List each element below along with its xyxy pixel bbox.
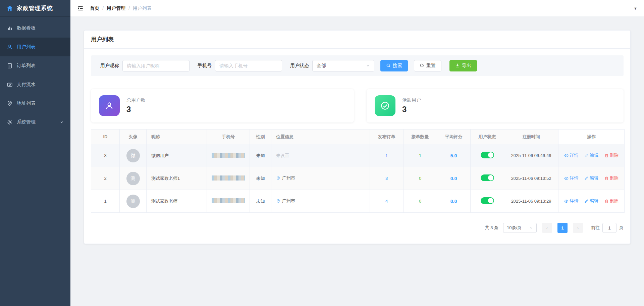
cell-orders-posted[interactable]: 3 [385,176,388,181]
next-page-button[interactable]: › [573,223,583,233]
search-icon [386,63,391,69]
pagination-total: 共 3 条 [485,225,498,231]
cell-id: 1 [91,190,120,213]
breadcrumb-home[interactable]: 首页 [90,5,99,11]
col-header-registered: 注册时间 [504,130,558,144]
card-body: 用户昵称 手机号 用户状态 全部 搜索 [84,49,630,244]
delete-link[interactable]: 删除 [604,152,619,158]
home-logo-icon [6,5,13,12]
sidebar-fold-icon[interactable] [77,5,84,12]
stat-texts: 活跃用户 3 [402,97,421,114]
cell-nickname: 测试家政老师 [147,190,207,213]
phone-redacted [212,153,245,158]
sidebar-item-label: 数据看板 [17,25,36,31]
status-select-value: 全部 [317,63,326,69]
gear-icon [7,119,13,125]
prev-page-button[interactable]: ‹ [542,223,552,233]
refresh-icon [420,63,424,69]
stat-value: 3 [402,105,421,114]
goto-suffix: 页 [619,225,624,231]
cell-registered-at: 2025-11-06 09:13:52 [504,167,558,190]
stat-label: 总用户数 [126,97,145,103]
avatar: 测 [126,195,140,208]
sidebar-item-addresses[interactable]: 地址列表 [0,94,70,113]
status-toggle[interactable] [481,152,494,158]
status-select[interactable]: 全部 [312,60,374,71]
goto-page: 前往 页 [591,223,624,233]
page-size-select[interactable]: 10条/页 [503,223,537,233]
page-title: 用户列表 [91,36,114,43]
phone-input[interactable] [215,60,282,71]
app-logo: 家政管理系统 [0,0,70,17]
delete-link[interactable]: 删除 [604,175,619,181]
sidebar-item-system[interactable]: 系统管理 [0,113,70,132]
stats-row: 总用户数 3 活跃用户 3 [91,89,624,122]
cell-orders-posted[interactable]: 4 [385,199,388,204]
col-header-gender: 性别 [250,130,271,144]
user-menu-caret-icon[interactable]: ▼ [634,6,637,10]
col-header-phone: 手机号 [207,130,250,144]
col-header-rating: 平均评分 [437,130,471,144]
stat-card-total-users: 总用户数 3 [91,89,354,122]
nickname-input[interactable] [122,60,190,71]
sidebar-item-label: 地址列表 [17,100,36,106]
sidebar-item-dashboard[interactable]: 数据看板 [0,19,70,38]
cell-rating: 5.0 [450,153,457,158]
search-button[interactable]: 搜索 [380,60,408,71]
sidebar-item-label: 系统管理 [17,119,36,125]
breadcrumb-section[interactable]: 用户管理 [107,5,125,11]
filter-bar: 用户昵称 手机号 用户状态 全部 搜索 [91,55,624,76]
location-icon [7,100,13,106]
avatar: 测 [126,172,140,185]
cell-id: 2 [91,167,120,190]
reset-button[interactable]: 重置 [414,60,441,71]
download-icon [455,63,460,69]
status-toggle[interactable] [481,174,494,181]
sidebar-item-label: 支付流水 [17,82,36,88]
page-number-button[interactable]: 1 [557,223,568,233]
cell-orders-taken: 1 [419,153,421,158]
export-button[interactable]: 导出 [449,60,477,71]
breadcrumb-separator: / [102,6,104,11]
goto-page-input[interactable] [602,223,616,233]
cell-id: 3 [91,144,120,167]
cell-orders-posted[interactable]: 1 [385,153,388,158]
cell-registered-at: 2025-11-06 09:49:49 [504,144,558,167]
user-table: ID 头像 昵称 手机号 性别 位置信息 发布订单 接单数量 平均评分 用户 [91,129,624,213]
table-row: 3 微 微信用户 未知 未设置 1 1 5.0 [91,144,625,167]
cell-nickname: 微信用户 [147,144,207,167]
chevron-down-icon [529,226,533,230]
location-pin-icon [276,176,280,181]
detail-link[interactable]: 详情 [564,198,578,204]
col-header-id: ID [91,130,120,144]
cell-registered-at: 2025-11-06 09:13:29 [504,190,558,213]
sidebar-item-orders[interactable]: 订单列表 [0,56,70,75]
edit-link[interactable]: 编辑 [584,152,598,158]
stat-texts: 总用户数 3 [126,97,145,114]
sidebar-item-payments[interactable]: 支付流水 [0,75,70,94]
page-size-value: 10条/页 [507,225,522,231]
cell-orders-taken: 0 [419,199,421,204]
table-header-row: ID 头像 昵称 手机号 性别 位置信息 发布订单 接单数量 平均评分 用户 [91,130,625,144]
sidebar-item-label: 订单列表 [17,63,36,69]
detail-link[interactable]: 详情 [564,152,578,158]
detail-link[interactable]: 详情 [564,175,578,181]
sidebar-item-users[interactable]: 用户列表 [0,38,70,56]
bar-chart-icon [7,25,13,31]
cell-gender: 未知 [250,144,271,167]
edit-link[interactable]: 编辑 [584,175,598,181]
col-header-orders-posted: 发布订单 [370,130,404,144]
edit-link[interactable]: 编辑 [584,198,598,204]
table-row: 2 测 测试家政老师1 未知 广州市 3 0 0.0 [91,167,625,190]
status-toggle[interactable] [481,197,494,204]
check-circle-icon [375,95,395,116]
stat-card-active-users: 活跃用户 3 [367,89,624,122]
goto-label: 前往 [591,225,600,231]
cell-rating: 0.0 [450,199,457,204]
pagination: 共 3 条 10条/页 ‹ 1 › 前往 [91,223,624,233]
delete-link[interactable]: 删除 [604,198,619,204]
breadcrumb-separator: / [128,6,130,11]
user-icon [99,95,120,116]
app-root: 家政管理系统 数据看板 用户列表 订单列表 [0,0,644,306]
location-pin-icon [276,199,280,203]
